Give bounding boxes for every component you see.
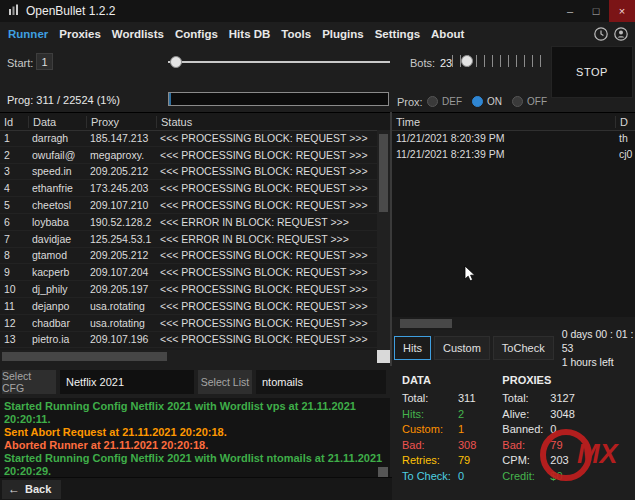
cell-id: 13 bbox=[0, 333, 28, 345]
cell-hits-data: th bbox=[615, 132, 635, 144]
stats-group-title: DATA bbox=[402, 374, 476, 386]
bots-slider[interactable] bbox=[452, 52, 544, 70]
cell-id: 12 bbox=[0, 317, 28, 329]
wordlist-name-field[interactable]: ntomails bbox=[256, 370, 386, 394]
tab-hits[interactable]: Hits bbox=[394, 336, 431, 360]
results-header: Id Data Proxy Status bbox=[0, 113, 390, 131]
cell-proxy: 209.107.210 bbox=[86, 199, 156, 211]
prox-option-label: OFF bbox=[527, 96, 547, 107]
bots-slider-thumb[interactable] bbox=[461, 55, 473, 67]
results-row[interactable]: 8gtamod209.205.212<<< PROCESSING BLOCK: … bbox=[0, 248, 377, 265]
results-hscrollbar[interactable] bbox=[0, 350, 377, 363]
back-button[interactable]: ← Back bbox=[2, 480, 61, 499]
app-icon bbox=[8, 2, 20, 20]
results-row[interactable]: 10dj_phily209.205.197<<< PROCESSING BLOC… bbox=[0, 281, 377, 298]
results-row[interactable]: 12chadbarusa.rotating<<< PROCESSING BLOC… bbox=[0, 315, 377, 332]
start-slider-thumb[interactable] bbox=[170, 56, 182, 68]
results-row[interactable]: 3speed.in209.205.212<<< PROCESSING BLOCK… bbox=[0, 164, 377, 181]
menu-item-plugins[interactable]: Plugins bbox=[322, 28, 364, 40]
col-proxy[interactable]: Proxy bbox=[86, 116, 156, 128]
log-scrollbar-thumb[interactable] bbox=[378, 467, 388, 477]
cell-data: kacperb bbox=[28, 266, 86, 278]
col-status[interactable]: Status bbox=[156, 116, 390, 128]
menu-item-runner[interactable]: Runner bbox=[8, 28, 48, 40]
col-id[interactable]: Id bbox=[0, 116, 28, 128]
results-row[interactable]: 11dejanpousa.rotating<<< PROCESSING BLOC… bbox=[0, 298, 377, 315]
results-row[interactable]: 5cheetosl209.107.210<<< PROCESSING BLOCK… bbox=[0, 197, 377, 214]
stop-button[interactable]: STOP bbox=[551, 46, 633, 98]
stats-group-data: DATATotal:311Hits:2Custom:1Bad:308Retrie… bbox=[402, 374, 476, 500]
log-line: Started Running Config Netflix 2021 with… bbox=[4, 400, 386, 426]
config-name-field[interactable]: Netflix 2021 bbox=[60, 370, 194, 394]
prox-option-on[interactable]: ON bbox=[472, 96, 502, 107]
cell-time: 11/21/2021 8:21:39 PM bbox=[392, 148, 615, 160]
maximize-button[interactable]: □ bbox=[583, 0, 609, 22]
results-table-body: 1darragh185.147.213<<< PROCESSING BLOCK:… bbox=[0, 130, 377, 350]
select-cfg-button[interactable]: Select CFG bbox=[2, 370, 56, 394]
cell-time: 11/21/2021 8:20:39 PM bbox=[392, 132, 615, 144]
cell-id: 7 bbox=[0, 233, 28, 245]
prox-option-off[interactable]: OFF bbox=[512, 96, 547, 107]
log-line: Sent Abort Request at 21.11.2021 20:20:1… bbox=[4, 426, 386, 439]
cell-proxy: 125.254.53.1 bbox=[86, 233, 156, 245]
select-list-button[interactable]: Select List bbox=[198, 370, 252, 394]
stats-area: DATATotal:311Hits:2Custom:1Bad:308Retrie… bbox=[392, 366, 635, 500]
menu-item-tools[interactable]: Tools bbox=[281, 28, 311, 40]
hits-row[interactable]: 11/21/2021 8:21:39 PMcj0 bbox=[392, 146, 635, 162]
menu-item-proxies[interactable]: Proxies bbox=[59, 28, 101, 40]
radio-dot-icon bbox=[512, 96, 523, 107]
menu-item-about[interactable]: About bbox=[431, 28, 464, 40]
hits-row[interactable]: 11/21/2021 8:20:39 PMth bbox=[392, 130, 635, 146]
cell-id: 6 bbox=[0, 216, 28, 228]
cell-data: darragh bbox=[28, 132, 86, 144]
cell-hits-data: cj0 bbox=[615, 148, 635, 160]
cell-proxy: 190.52.128.2 bbox=[86, 216, 156, 228]
cell-status: <<< ERROR IN BLOCK: REQUEST >>> bbox=[156, 233, 377, 245]
openbullet-window: OpenBullet 1.2.2 – □ × RunnerProxiesWord… bbox=[0, 0, 635, 500]
minimize-button[interactable]: – bbox=[557, 0, 583, 22]
stat-label: Banned: bbox=[502, 422, 550, 438]
user-icon[interactable] bbox=[613, 26, 629, 42]
menu-item-settings[interactable]: Settings bbox=[375, 28, 420, 40]
hscrollbar-thumb[interactable] bbox=[2, 352, 167, 361]
stat-banned: Banned:0 bbox=[502, 422, 574, 438]
results-row[interactable]: 13pietro.ia209.107.196<<< PROCESSING BLO… bbox=[0, 332, 377, 349]
results-row[interactable]: 1darragh185.147.213<<< PROCESSING BLOCK:… bbox=[0, 130, 377, 147]
results-row[interactable]: 2owufail@megaproxy.<<< PROCESSING BLOCK:… bbox=[0, 147, 377, 164]
cell-status: <<< PROCESSING BLOCK: REQUEST >>> bbox=[156, 300, 377, 312]
radio-dot-icon bbox=[427, 96, 438, 107]
prox-option-def[interactable]: DEF bbox=[427, 96, 462, 107]
stat-retries: Retries:79 bbox=[402, 453, 476, 469]
menu-item-hits-db[interactable]: Hits DB bbox=[229, 28, 271, 40]
tab-tocheck[interactable]: ToCheck bbox=[493, 336, 554, 360]
results-row[interactable]: 4ethanfrie173.245.203<<< PROCESSING BLOC… bbox=[0, 180, 377, 197]
start-slider[interactable] bbox=[168, 56, 390, 68]
cell-id: 4 bbox=[0, 182, 28, 194]
stat-label: Hits: bbox=[402, 407, 458, 423]
history-icon[interactable] bbox=[593, 26, 609, 42]
col-data[interactable]: Data bbox=[28, 116, 86, 128]
results-vscrollbar[interactable] bbox=[377, 130, 390, 350]
radio-dot-icon bbox=[472, 96, 483, 107]
tab-custom[interactable]: Custom bbox=[434, 336, 490, 360]
cell-id: 3 bbox=[0, 165, 28, 177]
results-row[interactable]: 9kacperb209.107.204<<< PROCESSING BLOCK:… bbox=[0, 264, 377, 281]
col-time[interactable]: Time bbox=[392, 116, 615, 128]
menubar: RunnerProxiesWordlistsConfigsHits DBTool… bbox=[0, 22, 635, 46]
results-row[interactable]: 6loybaba190.52.128.2<<< ERROR IN BLOCK: … bbox=[0, 214, 377, 231]
hits-hscrollbar-thumb[interactable] bbox=[400, 319, 452, 328]
menu-item-configs[interactable]: Configs bbox=[175, 28, 218, 40]
stat-label: Total: bbox=[502, 391, 550, 407]
vscrollbar-thumb[interactable] bbox=[379, 134, 388, 212]
cell-proxy: 209.205.212 bbox=[86, 165, 156, 177]
results-row[interactable]: 7davidjae125.254.53.1<<< ERROR IN BLOCK:… bbox=[0, 231, 377, 248]
close-button[interactable]: × bbox=[609, 0, 635, 22]
stat-bad: Bad:308 bbox=[402, 438, 476, 454]
progress-fill bbox=[169, 93, 171, 105]
menu-items: RunnerProxiesWordlistsConfigsHits DBTool… bbox=[0, 22, 635, 46]
col-hits-data[interactable]: D bbox=[615, 116, 635, 128]
start-input[interactable]: 1 bbox=[36, 53, 53, 70]
cell-status: <<< PROCESSING BLOCK: REQUEST >>> bbox=[156, 149, 377, 161]
cell-id: 9 bbox=[0, 266, 28, 278]
menu-item-wordlists[interactable]: Wordlists bbox=[112, 28, 164, 40]
